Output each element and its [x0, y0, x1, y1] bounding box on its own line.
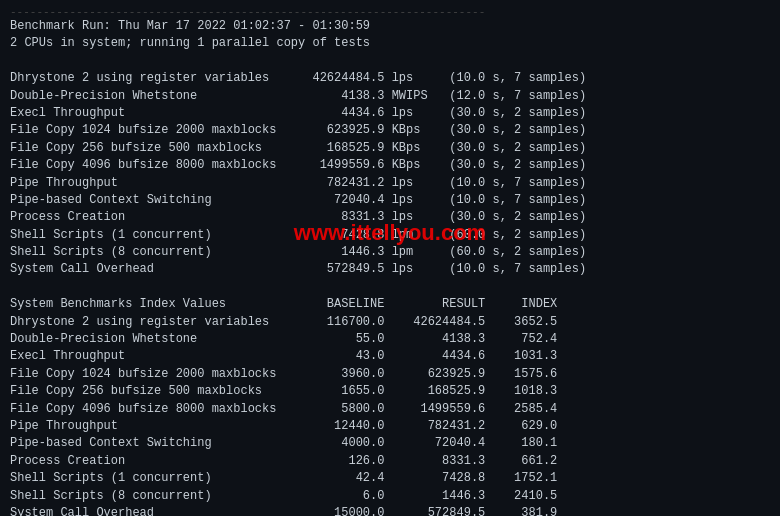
index-row: File Copy 256 bufsize 500 maxblocks 1655…: [10, 383, 770, 400]
benchmark-results: Dhrystone 2 using register variables 426…: [10, 70, 770, 279]
benchmark-row: System Call Overhead 572849.5 lps (10.0 …: [10, 261, 770, 278]
index-section: System Benchmarks Index Values BASELINE …: [10, 296, 770, 516]
terminal: ----------------------------------------…: [0, 0, 780, 516]
index-row: Double-Precision Whetstone 55.0 4138.3 7…: [10, 331, 770, 348]
index-row: Process Creation 126.0 8331.3 661.2: [10, 453, 770, 470]
benchmark-row: Execl Throughput 4434.6 lps (30.0 s, 2 s…: [10, 105, 770, 122]
benchmark-row: Process Creation 8331.3 lps (30.0 s, 2 s…: [10, 209, 770, 226]
index-row: Pipe-based Context Switching 4000.0 7204…: [10, 435, 770, 452]
benchmark-row: Shell Scripts (8 concurrent) 1446.3 lpm …: [10, 244, 770, 261]
benchmark-row: File Copy 256 bufsize 500 maxblocks 1685…: [10, 140, 770, 157]
benchmark-header1: Benchmark Run: Thu Mar 17 2022 01:02:37 …: [10, 18, 770, 35]
index-row: File Copy 4096 bufsize 8000 maxblocks 58…: [10, 401, 770, 418]
benchmark-row: Pipe Throughput 782431.2 lps (10.0 s, 7 …: [10, 175, 770, 192]
benchmark-row: Double-Precision Whetstone 4138.3 MWIPS …: [10, 88, 770, 105]
benchmark-row: Dhrystone 2 using register variables 426…: [10, 70, 770, 87]
index-row: Dhrystone 2 using register variables 116…: [10, 314, 770, 331]
index-row: Shell Scripts (1 concurrent) 42.4 7428.8…: [10, 470, 770, 487]
index-row: System Call Overhead 15000.0 572849.5 38…: [10, 505, 770, 516]
index-header: System Benchmarks Index Values BASELINE …: [10, 296, 770, 313]
index-row: Execl Throughput 43.0 4434.6 1031.3: [10, 348, 770, 365]
benchmark-header2: 2 CPUs in system; running 1 parallel cop…: [10, 35, 770, 52]
index-row: Shell Scripts (8 concurrent) 6.0 1446.3 …: [10, 488, 770, 505]
benchmark-row: File Copy 1024 bufsize 2000 maxblocks 62…: [10, 122, 770, 139]
index-row: Pipe Throughput 12440.0 782431.2 629.0: [10, 418, 770, 435]
divider-top: ----------------------------------------…: [10, 6, 770, 18]
index-row: File Copy 1024 bufsize 2000 maxblocks 39…: [10, 366, 770, 383]
benchmark-row: File Copy 4096 bufsize 8000 maxblocks 14…: [10, 157, 770, 174]
benchmark-row: Pipe-based Context Switching 72040.4 lps…: [10, 192, 770, 209]
benchmark-row: Shell Scripts (1 concurrent) 7428.8 lpm …: [10, 227, 770, 244]
